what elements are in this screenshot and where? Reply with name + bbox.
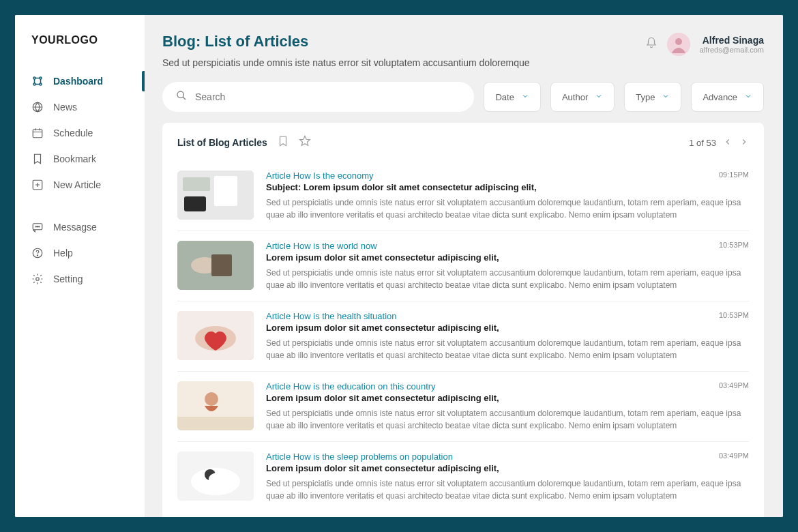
- sidebar-item-news[interactable]: News: [15, 94, 145, 120]
- sidebar-item-label: Schedule: [53, 128, 93, 138]
- chevron-down-icon: [744, 92, 752, 102]
- article-body: Article How is the health situation Lore…: [266, 311, 749, 361]
- sidebar-item-label: Bookmark: [53, 153, 96, 164]
- article-title: Subject: Lorem ipsum dolor sit amet cons…: [266, 182, 537, 192]
- article-time: 10:53PM: [719, 311, 749, 319]
- chevron-down-icon: [521, 92, 529, 102]
- svg-point-12: [37, 255, 38, 256]
- sidebar-item-setting[interactable]: Setting: [15, 266, 145, 292]
- notifications-icon[interactable]: [645, 37, 657, 52]
- svg-point-8: [35, 226, 36, 227]
- user-info: Alfred Sinaga alfreds@email.com: [700, 35, 764, 54]
- sidebar-item-bookmark[interactable]: Bookmark: [15, 146, 145, 172]
- pager-prev-icon[interactable]: [723, 137, 733, 149]
- article-thumbnail: [177, 452, 254, 501]
- list-title-row: List of Blog Articles: [177, 135, 311, 150]
- svg-point-32: [209, 472, 233, 486]
- article-category: Article How is the world now: [266, 241, 499, 251]
- bookmark-toggle-icon[interactable]: [277, 135, 289, 150]
- article-title: Lorem ipsum dolor sit amet consectetur a…: [266, 393, 499, 403]
- bookmark-icon: [31, 153, 44, 165]
- article-description: Sed ut perspiciatis unde omnis iste natu…: [266, 196, 749, 221]
- article-time: 09:15PM: [719, 171, 749, 179]
- sidebar-item-label: Messagse: [53, 222, 97, 233]
- svg-point-13: [36, 278, 40, 281]
- svg-rect-19: [214, 176, 237, 206]
- sidebar-item-label: New Article: [53, 179, 101, 190]
- plus-box-icon: [31, 179, 44, 191]
- article-category: Article How is the sleep problems on pop…: [266, 452, 499, 462]
- filter-advance[interactable]: Advance: [691, 82, 764, 112]
- svg-point-15: [675, 38, 682, 45]
- sidebar-item-schedule[interactable]: Schedule: [15, 120, 145, 146]
- svg-point-2: [33, 83, 35, 85]
- settings-icon: [31, 273, 44, 285]
- search-box[interactable]: [162, 82, 474, 112]
- sidebar-item-label: News: [53, 102, 77, 113]
- svg-point-1: [40, 77, 42, 79]
- article-description: Sed ut perspiciatis unde omnis iste natu…: [266, 337, 749, 361]
- article-row[interactable]: Article How is the world now Lorem ipsum…: [177, 231, 749, 301]
- page-title: Blog: List of Articles: [162, 33, 645, 50]
- svg-rect-23: [211, 254, 232, 276]
- title-block: Blog: List of Articles Sed ut perspiciat…: [162, 33, 645, 68]
- logo: YOURLOGO: [15, 34, 145, 68]
- article-body: Article How Is the economy Subject: Lore…: [266, 171, 749, 221]
- article-thumbnail: [177, 241, 254, 290]
- filter-label: Date: [495, 92, 514, 102]
- article-category: Article How is the education on this cou…: [266, 381, 499, 391]
- globe-icon: [31, 101, 44, 113]
- article-description: Sed ut perspiciatis unde omnis iste natu…: [266, 477, 749, 502]
- sidebar-item-dashboard[interactable]: Dashboard: [15, 68, 145, 94]
- svg-point-10: [39, 226, 40, 227]
- article-body: Article How is the sleep problems on pop…: [266, 452, 749, 502]
- article-description: Sed ut perspiciatis unde omnis iste natu…: [266, 267, 749, 291]
- svg-point-16: [177, 91, 183, 98]
- list-title: List of Blog Articles: [177, 137, 267, 148]
- header: Blog: List of Articles Sed ut perspiciat…: [162, 33, 764, 68]
- nav-group-main: Dashboard News Schedule Bookmark: [15, 68, 145, 198]
- article-title: Lorem ipsum dolor sit amet consectetur a…: [266, 252, 499, 263]
- article-thumbnail: [177, 381, 254, 430]
- sidebar-item-new-article[interactable]: New Article: [15, 172, 145, 198]
- filter-date[interactable]: Date: [484, 82, 540, 112]
- star-toggle-icon[interactable]: [299, 135, 311, 150]
- article-row[interactable]: Article How is the sleep problems on pop…: [177, 442, 749, 512]
- sidebar-item-label: Setting: [53, 274, 83, 284]
- article-body: Article How is the world now Lorem ipsum…: [266, 241, 749, 291]
- user-name: Alfred Sinaga: [700, 35, 764, 46]
- chevron-down-icon: [595, 92, 603, 102]
- main-content: Blog: List of Articles Sed ut perspiciat…: [145, 15, 783, 517]
- user-email: alfreds@email.com: [700, 46, 764, 54]
- article-time: 03:49PM: [719, 452, 749, 460]
- svg-rect-20: [184, 196, 206, 211]
- article-row[interactable]: Article How Is the economy Subject: Lore…: [177, 161, 749, 231]
- filter-label: Advance: [703, 92, 737, 102]
- article-thumbnail: [177, 311, 254, 360]
- chevron-down-icon: [662, 92, 670, 102]
- article-row[interactable]: Article How is the education on this cou…: [177, 372, 749, 442]
- avatar[interactable]: [667, 33, 690, 56]
- article-description: Sed ut perspiciatis unde omnis iste natu…: [266, 407, 749, 432]
- article-thumbnail: [177, 171, 254, 220]
- list-header: List of Blog Articles 1 of 53: [177, 135, 749, 150]
- pager-next-icon[interactable]: [739, 137, 749, 149]
- filter-type[interactable]: Type: [624, 82, 681, 112]
- svg-point-3: [40, 83, 42, 85]
- article-category: Article How is the health situation: [266, 311, 499, 321]
- sidebar-item-label: Dashboard: [53, 76, 103, 87]
- article-title: Lorem ipsum dolor sit amet consectetur a…: [266, 463, 499, 473]
- filter-author[interactable]: Author: [550, 82, 615, 112]
- filter-label: Author: [562, 92, 588, 102]
- svg-rect-18: [183, 177, 210, 191]
- help-icon: [31, 247, 44, 259]
- article-time: 10:53PM: [719, 241, 749, 249]
- search-input[interactable]: [195, 91, 460, 102]
- svg-point-27: [205, 392, 218, 406]
- sidebar-item-help[interactable]: Help: [15, 240, 145, 266]
- controls-row: Date Author Type Advance: [162, 82, 764, 112]
- nav-group-secondary: Messagse Help Setting: [15, 214, 145, 292]
- sidebar-item-messages[interactable]: Messagse: [15, 214, 145, 240]
- dashboard-icon: [31, 75, 44, 87]
- article-row[interactable]: Article How is the health situation Lore…: [177, 301, 749, 372]
